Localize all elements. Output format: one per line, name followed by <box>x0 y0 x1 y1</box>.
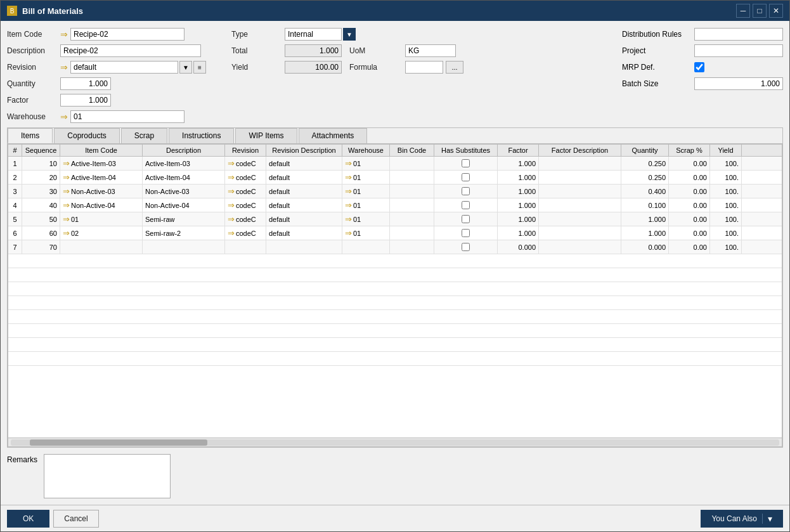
you-can-also-button[interactable]: You Can Also ▾ <box>701 510 783 528</box>
total-input[interactable] <box>285 44 342 57</box>
revision-dropdown-btn[interactable]: ▼ <box>179 61 192 74</box>
has-sub-checkbox[interactable] <box>462 173 470 181</box>
project-input[interactable] <box>694 44 783 57</box>
header-form: Item Code ⇒ Description Revision ⇒ ▼ ≡ <box>7 27 783 124</box>
uom-input[interactable] <box>405 44 456 57</box>
table-row[interactable]: 7 70 0.000 0.000 0.00 100. <box>8 240 782 254</box>
factor-label: Factor <box>7 96 58 105</box>
cell-has-sub <box>434 185 498 198</box>
formula-input[interactable] <box>405 61 443 74</box>
table-row[interactable]: 1 10 ⇒Active-Item-03 Active-Item-03 ⇒cod… <box>8 157 782 171</box>
has-sub-checkbox[interactable] <box>462 229 470 237</box>
tab-instructions[interactable]: Instructions <box>169 128 234 143</box>
dist-rules-input[interactable] <box>694 28 783 41</box>
cell-scrap: 0.00 <box>669 240 710 254</box>
total-label: Total <box>231 46 282 55</box>
table-row[interactable]: 4 40 ⇒Non-Active-04 Non-Active-04 ⇒codeC… <box>8 198 782 212</box>
tab-items[interactable]: Items <box>8 128 53 143</box>
has-sub-checkbox[interactable] <box>462 187 470 195</box>
cell-wh: ⇒01 <box>342 198 390 212</box>
type-input[interactable] <box>285 28 342 41</box>
batch-size-input[interactable] <box>694 77 783 90</box>
close-button[interactable]: ✕ <box>769 4 783 18</box>
col-item-code: Item Code <box>60 145 143 156</box>
yield-label: Yield <box>231 63 282 72</box>
cell-rev-desc: default <box>266 212 342 226</box>
horizontal-scrollbar[interactable] <box>8 438 782 446</box>
empty-row <box>8 310 782 324</box>
ok-button[interactable]: OK <box>7 510 49 528</box>
item-code-row: Item Code ⇒ <box>7 27 206 41</box>
quantity-input[interactable] <box>60 77 111 90</box>
item-code-label: Item Code <box>7 30 58 39</box>
revision-extra-btn[interactable]: ≡ <box>193 61 206 74</box>
row-arrow: ⇒ <box>345 172 352 182</box>
table-row[interactable]: 5 50 ⇒01 Semi-raw ⇒codeC default ⇒01 1.0… <box>8 212 782 226</box>
tab-wip-items[interactable]: WIP Items <box>235 128 297 143</box>
description-input[interactable] <box>60 44 201 57</box>
cell-rev: ⇒codeC <box>225 212 266 226</box>
cell-item-code: ⇒Active-Item-03 <box>60 157 143 170</box>
has-sub-checkbox[interactable] <box>462 243 470 251</box>
warehouse-label: Warehouse <box>7 112 58 121</box>
yield-input[interactable] <box>285 61 342 74</box>
row-arrow: ⇒ <box>345 159 352 168</box>
row-arrow: ⇒ <box>63 159 70 168</box>
maximize-button[interactable]: □ <box>753 4 767 18</box>
cell-wh: ⇒01 <box>342 157 390 170</box>
revision-input[interactable] <box>70 61 178 74</box>
revision-arrow: ⇒ <box>60 62 68 72</box>
cell-seq: 50 <box>22 212 60 226</box>
col-description: Description <box>143 145 225 156</box>
formula-label: Formula <box>349 63 400 72</box>
right-form: Distribution Rules Project MRP Def. Batc… <box>622 27 783 124</box>
formula-button[interactable]: ... <box>446 61 463 74</box>
cell-has-sub <box>434 212 498 226</box>
cancel-button[interactable]: Cancel <box>53 510 98 528</box>
factor-input[interactable] <box>60 94 111 107</box>
cell-wh <box>342 240 390 254</box>
cell-factor-desc <box>539 226 621 240</box>
minimize-button[interactable]: ─ <box>736 4 750 18</box>
col-factor-desc: Factor Description <box>539 145 621 156</box>
table-row[interactable]: 6 60 ⇒02 Semi-raw-2 ⇒codeC default ⇒01 1… <box>8 226 782 240</box>
scrollbar-track <box>11 439 779 446</box>
has-sub-checkbox[interactable] <box>462 159 470 167</box>
app-icon: B <box>7 6 17 16</box>
cell-desc: Active-Item-03 <box>143 157 225 170</box>
tab-coproducts[interactable]: Coproducts <box>54 128 119 143</box>
cell-qty: 0.250 <box>621 171 669 184</box>
has-sub-checkbox[interactable] <box>462 201 470 209</box>
scrollbar-thumb[interactable] <box>30 439 207 446</box>
empty-row <box>8 324 782 338</box>
grid-container: # Sequence Item Code Description Revisio… <box>8 144 782 447</box>
row-arrow: ⇒ <box>228 200 235 210</box>
tab-scrap[interactable]: Scrap <box>121 128 167 143</box>
cell-seq: 20 <box>22 171 60 184</box>
cell-bin <box>390 198 434 212</box>
empty-row <box>8 296 782 310</box>
cell-factor: 1.000 <box>498 198 539 212</box>
table-row[interactable]: 3 30 ⇒Non-Active-03 Non-Active-03 ⇒codeC… <box>8 185 782 198</box>
revision-row: Revision ⇒ ▼ ≡ <box>7 60 206 74</box>
table-row[interactable]: 2 20 ⇒Active-Item-04 Active-Item-04 ⇒cod… <box>8 171 782 185</box>
main-area: Items Coproducts Scrap Instructions WIP … <box>7 127 783 448</box>
cell-rev-desc: default <box>266 198 342 212</box>
cell-factor-desc <box>539 198 621 212</box>
warehouse-row: Warehouse ⇒ <box>7 110 206 124</box>
type-dropdown-btn[interactable]: ▼ <box>343 28 356 41</box>
cell-item-code: ⇒01 <box>60 212 143 226</box>
cell-factor: 1.000 <box>498 226 539 240</box>
warehouse-input[interactable] <box>70 110 185 123</box>
has-sub-checkbox[interactable] <box>462 215 470 223</box>
remarks-textarea[interactable] <box>44 454 171 498</box>
empty-row <box>8 268 782 282</box>
remarks-label: Remarks <box>7 455 37 464</box>
col-bin-code: Bin Code <box>390 145 434 156</box>
cell-yield: 100. <box>710 198 742 212</box>
tab-attachments[interactable]: Attachments <box>299 128 368 143</box>
item-code-input[interactable] <box>70 28 185 41</box>
mrp-def-checkbox[interactable] <box>694 62 704 72</box>
middle-form: Type ▼ Total UoM Yield Formula <box>231 27 463 124</box>
empty-row <box>8 352 782 366</box>
